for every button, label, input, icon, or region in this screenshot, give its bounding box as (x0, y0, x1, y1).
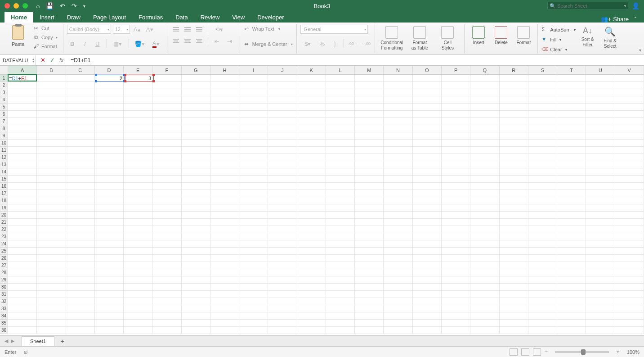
name-box-down-icon[interactable]: ▼ (32, 60, 35, 63)
cell[interactable] (268, 204, 297, 212)
cell[interactable] (355, 132, 384, 140)
cell[interactable] (8, 154, 37, 161)
minimize-window-button[interactable] (13, 3, 19, 9)
cell[interactable] (557, 82, 586, 89)
cell[interactable] (124, 298, 152, 305)
cell[interactable] (239, 111, 268, 118)
cell[interactable] (355, 233, 384, 240)
cells-area[interactable]: =D1+E123 (8, 75, 644, 335)
cell[interactable] (470, 305, 499, 312)
cell[interactable] (442, 240, 470, 248)
cell[interactable] (470, 255, 499, 262)
cell[interactable] (239, 204, 268, 212)
cell[interactable] (210, 89, 239, 96)
cell[interactable] (268, 240, 297, 248)
cell[interactable] (66, 291, 95, 298)
sheet-nav-next-icon[interactable]: ▶ (11, 338, 14, 344)
cell[interactable] (586, 82, 615, 89)
cell[interactable] (268, 327, 297, 334)
cell[interactable] (124, 104, 152, 111)
row-header[interactable]: 27 (0, 262, 8, 269)
cell[interactable] (239, 291, 268, 298)
cell[interactable] (326, 176, 355, 183)
cell[interactable] (124, 240, 152, 248)
cell[interactable] (326, 140, 355, 147)
cell[interactable] (355, 125, 384, 132)
cell[interactable] (182, 327, 210, 334)
cell[interactable] (384, 204, 412, 212)
cell[interactable] (557, 255, 586, 262)
cell[interactable] (152, 132, 181, 140)
cell[interactable] (152, 168, 181, 176)
cell[interactable] (355, 197, 384, 204)
cell[interactable] (37, 154, 66, 161)
align-right-button[interactable] (194, 37, 204, 45)
cell[interactable] (500, 312, 528, 320)
row-header[interactable]: 33 (0, 305, 8, 312)
cell[interactable] (615, 82, 644, 89)
cell[interactable] (8, 269, 37, 276)
cell[interactable] (557, 320, 586, 327)
cell[interactable] (615, 291, 644, 298)
cell[interactable] (442, 219, 470, 226)
cell[interactable] (500, 96, 528, 104)
cell[interactable] (615, 262, 644, 269)
align-middle-button[interactable] (183, 25, 192, 33)
cell[interactable] (268, 140, 297, 147)
column-header[interactable]: N (384, 66, 412, 75)
cell[interactable] (615, 89, 644, 96)
cell[interactable] (615, 104, 644, 111)
cell[interactable] (470, 320, 499, 327)
cell[interactable] (470, 219, 499, 226)
cell[interactable] (413, 118, 442, 125)
cell[interactable] (210, 183, 239, 190)
format-cells-button[interactable]: Format (513, 24, 534, 45)
cell[interactable] (8, 190, 37, 197)
cell[interactable] (95, 284, 124, 291)
cell[interactable] (37, 161, 66, 168)
cell[interactable] (500, 190, 528, 197)
cell[interactable] (239, 248, 268, 255)
cell[interactable] (615, 284, 644, 291)
align-bottom-button[interactable] (194, 25, 204, 33)
cell[interactable] (528, 168, 557, 176)
cell[interactable] (355, 262, 384, 269)
cell[interactable] (210, 176, 239, 183)
cell[interactable] (37, 240, 66, 248)
cell[interactable] (268, 312, 297, 320)
tab-draw[interactable]: Draw (61, 12, 87, 23)
cell[interactable] (297, 204, 326, 212)
cell[interactable] (95, 161, 124, 168)
row-header[interactable]: 10 (0, 140, 8, 147)
cell[interactable] (268, 154, 297, 161)
undo-icon[interactable]: ↶ (60, 2, 65, 9)
cell[interactable] (95, 291, 124, 298)
cell[interactable] (586, 154, 615, 161)
cell[interactable] (182, 320, 210, 327)
page-break-view-button[interactable] (533, 348, 541, 356)
cell[interactable] (557, 197, 586, 204)
cell[interactable] (470, 82, 499, 89)
cell[interactable] (557, 75, 586, 82)
cell[interactable] (268, 183, 297, 190)
cell[interactable] (210, 154, 239, 161)
column-header[interactable]: C (66, 66, 95, 75)
cell[interactable] (95, 219, 124, 226)
cell[interactable] (152, 262, 181, 269)
redo-icon[interactable]: ↷ (72, 2, 77, 9)
clear-button[interactable]: ⌫Clear▾ (541, 45, 575, 54)
cell[interactable] (66, 190, 95, 197)
row-header[interactable]: 36 (0, 327, 8, 334)
column-header[interactable]: T (557, 66, 586, 75)
cell[interactable] (500, 183, 528, 190)
cell[interactable] (413, 327, 442, 334)
cell[interactable] (528, 132, 557, 140)
cell[interactable] (297, 276, 326, 284)
cell[interactable] (557, 305, 586, 312)
cell[interactable] (124, 132, 152, 140)
row-header[interactable]: 24 (0, 240, 8, 248)
row-header[interactable]: 22 (0, 226, 8, 233)
cell[interactable] (586, 248, 615, 255)
cell[interactable] (152, 255, 181, 262)
cell[interactable] (37, 111, 66, 118)
